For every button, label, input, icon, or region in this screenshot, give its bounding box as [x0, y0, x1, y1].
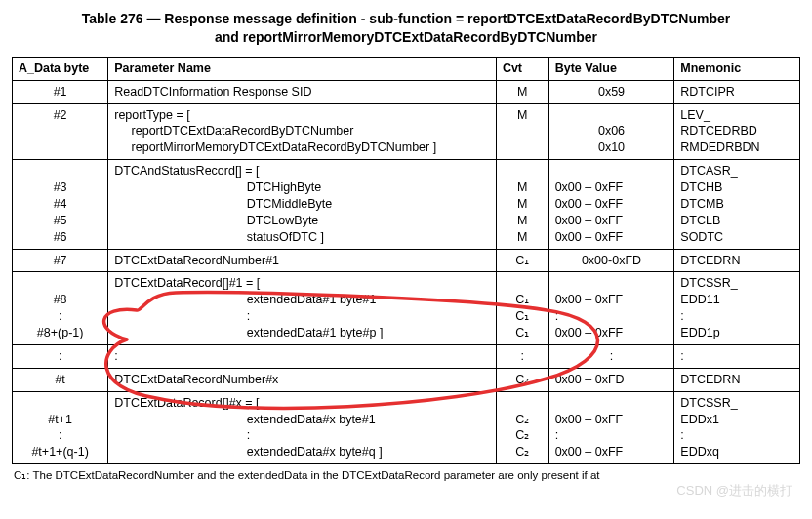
- parameter-name: reportType = [ reportDTCExtDataRecordByD…: [108, 103, 497, 160]
- parameter-name: DTCAndStatusRecord[] = [ DTCHighByte DTC…: [108, 160, 497, 249]
- mnemonic: RDTCIPR: [674, 80, 800, 103]
- a-data-byte: #1: [13, 80, 108, 103]
- col-byte-value: Byte Value: [548, 57, 674, 80]
- hand-drawn-annotation-icon: [88, 281, 634, 427]
- mnemonic: DTCASR_ DTCHB DTCMB DTCLB SODTC: [674, 160, 800, 249]
- col-cvt: Cvt: [496, 57, 548, 80]
- mnemonic: DTCEDRN: [674, 249, 800, 272]
- cvt: M: [496, 80, 548, 103]
- parameter-name: ReadDTCInformation Response SID: [108, 80, 497, 103]
- mnemonic: DTCSSR_ EDD11 : EDD1p: [674, 272, 800, 345]
- a-data-byte: #3 #4 #5 #6: [13, 160, 108, 249]
- byte-value: 0x00-0xFD: [548, 249, 674, 272]
- byte-value: 0x00 – 0xFF 0x00 – 0xFF 0x00 – 0xFF 0x00…: [548, 160, 674, 249]
- table-header-row: A_Data byte Parameter Name Cvt Byte Valu…: [13, 57, 800, 80]
- cvt: M: [496, 103, 548, 160]
- title-line2: and reportMirrorMemoryDTCExtDataRecordBy…: [215, 29, 597, 45]
- parameter-name: DTCExtDataRecordNumber#1: [108, 249, 497, 272]
- a-data-byte: #2: [13, 103, 108, 160]
- mnemonic: LEV_ RDTCEDRBD RMDEDRBDN: [674, 103, 800, 160]
- cvt: M M M M: [496, 160, 548, 249]
- table-row: #3 #4 #5 #6 DTCAndStatusRecord[] = [ DTC…: [13, 160, 800, 249]
- mnemonic: DTCSSR_ EDDx1 : EDDxq: [674, 391, 800, 464]
- mnemonic: DTCEDRN: [674, 368, 800, 391]
- byte-value: 0x06 0x10: [548, 103, 674, 160]
- col-parameter-name: Parameter Name: [108, 57, 497, 80]
- col-mnemonic: Mnemonic: [674, 57, 800, 80]
- byte-value: 0x59: [548, 80, 674, 103]
- table-title: Table 276 — Response message definition …: [12, 10, 800, 47]
- cvt: C₁: [496, 249, 548, 272]
- table-row: #1 ReadDTCInformation Response SID M 0x5…: [13, 80, 800, 103]
- table-row: #2 reportType = [ reportDTCExtDataRecord…: [13, 103, 800, 160]
- title-line1: Table 276 — Response message definition …: [82, 11, 730, 26]
- watermark: CSDN @进击的横打: [676, 482, 792, 490]
- mnemonic: :: [674, 344, 800, 368]
- table-row: #7 DTCExtDataRecordNumber#1 C₁ 0x00-0xFD…: [13, 249, 800, 272]
- footnote: C₁: The DTCExtDataRecordNumber and the e…: [12, 468, 800, 482]
- a-data-byte: #7: [13, 249, 108, 272]
- col-a-data-byte: A_Data byte: [13, 57, 108, 80]
